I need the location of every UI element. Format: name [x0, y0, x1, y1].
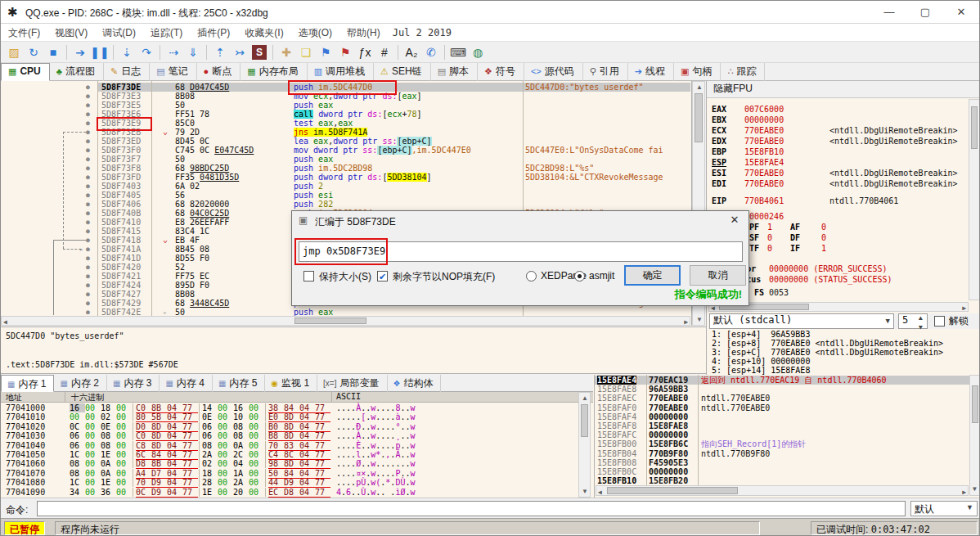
- minimize-button[interactable]: —: [871, 1, 907, 24]
- breakpoint-dot[interactable]: ●: [86, 236, 90, 245]
- breakpoint-dot[interactable]: ●: [86, 272, 90, 281]
- label-icon[interactable]: ⚑: [316, 43, 335, 61]
- breakpoint-dot[interactable]: ●: [86, 128, 90, 137]
- comment-icon[interactable]: ❏: [296, 43, 316, 61]
- breakpoint-dot[interactable]: ●: [86, 146, 90, 155]
- breakpoint-dot[interactable]: ●: [86, 92, 90, 101]
- breakpoint-dot[interactable]: ●: [86, 83, 90, 92]
- tab-流程图[interactable]: ♣流程图: [50, 63, 104, 81]
- menu-item[interactable]: 视图(V): [47, 24, 95, 43]
- spinner-icons[interactable]: ⯅⯆: [918, 313, 924, 333]
- breakpoint-dot[interactable]: ●: [86, 110, 90, 119]
- cancel-button[interactable]: 取消: [690, 265, 746, 286]
- register-row[interactable]: EBP15E8FB10: [712, 147, 784, 157]
- stack-row[interactable]: 15E8FAFC00000000: [595, 430, 980, 439]
- dump-row[interactable]: 7704103006000800C08D047706000800B88D0477…: [1, 431, 577, 440]
- register-row[interactable]: EDX770EABE0 <ntdll.DbgUiRemoteBreakin>: [712, 137, 784, 146]
- tab-源代码[interactable]: <>源代码: [524, 63, 583, 81]
- stack-row[interactable]: 15E8FAE4770EAC19返回到 ntdll.770EAC19 自 ntd…: [595, 376, 980, 385]
- breakpoint-dot[interactable]: ●: [86, 218, 90, 227]
- breakpoint-dot[interactable]: ●: [86, 155, 90, 164]
- dump-row[interactable]: 770410200C000E00D08D047706000800B08D0477…: [1, 422, 577, 431]
- scroll-right-icon[interactable]: ▶: [962, 488, 966, 497]
- animate-over-icon[interactable]: ⇓: [183, 43, 203, 61]
- menu-item[interactable]: 帮助(H): [339, 24, 388, 43]
- dump-tab-监视 1[interactable]: ◉监视 1: [265, 375, 317, 392]
- tab-断点[interactable]: ●断点: [197, 63, 241, 81]
- asmjit-radio[interactable]: [574, 271, 585, 282]
- hide-fpu-button[interactable]: 隐藏FPU: [707, 81, 980, 98]
- memory-dump[interactable]: 7704100016001800C08B04771400160038840477…: [1, 403, 593, 498]
- dialog-close-icon[interactable]: ✕: [726, 214, 744, 228]
- dump-tab-内存 2[interactable]: ▦内存 2: [54, 375, 106, 392]
- maximize-button[interactable]: ▢: [907, 1, 943, 24]
- globe-icon[interactable]: ◍: [468, 43, 488, 61]
- run-to-user-code-icon[interactable]: ↣: [230, 43, 249, 61]
- disasm-row[interactable]: ●5D8F74036A 02push 2: [1, 182, 692, 191]
- menu-item[interactable]: 选项(O): [291, 24, 339, 43]
- scroll-thumb[interactable]: [294, 318, 366, 324]
- disasm-row[interactable]: ●5D8F73F868 98BDC25Dpush im.5DC2BD985DC2…: [1, 164, 692, 173]
- tab-CPU[interactable]: ▦CPU: [1, 63, 50, 81]
- stack-row[interactable]: 15E8FAF0770EABE0ntdll.770EABE0: [595, 403, 980, 412]
- stack-vscrollbar[interactable]: ▼: [969, 375, 980, 496]
- disasm-row[interactable]: ●5D8F73F750push eax: [1, 155, 692, 164]
- dump-tab-内存 1[interactable]: ▦内存 1: [1, 375, 54, 392]
- scroll-left-icon[interactable]: ◀: [598, 488, 602, 497]
- stop-icon[interactable]: ■: [43, 43, 63, 61]
- breakpoint-dot[interactable]: ●: [86, 263, 90, 272]
- stack-row[interactable]: 15E8FB08F45905E3: [595, 458, 980, 467]
- restart-icon[interactable]: ↻: [24, 43, 43, 61]
- disasm-row[interactable]: ●5D8F73FDFF35 0481D35Dpush dword ptr ds:…: [1, 173, 692, 182]
- args-count-stepper[interactable]: 5⯅⯆: [898, 313, 928, 329]
- tab-符号[interactable]: ❖符号: [478, 63, 524, 81]
- menu-item[interactable]: 插件(P): [190, 24, 237, 43]
- breakpoint-dot[interactable]: ●: [86, 164, 90, 173]
- dump-vscrollbar[interactable]: ▲ ▼: [578, 392, 591, 498]
- dump-row[interactable]: 770410501C001E006C8404772A002C00C48C0477…: [1, 450, 577, 459]
- breakpoint-dot[interactable]: ●: [86, 245, 90, 254]
- scroll-thumb[interactable]: [607, 487, 738, 494]
- breakpoint-dot[interactable]: ●: [86, 173, 90, 182]
- breakpoint-dot[interactable]: ●: [86, 101, 90, 110]
- stack-row[interactable]: 15E8FAEC770EABE0ntdll.770EABE0: [595, 394, 980, 403]
- stop-s-icon[interactable]: S: [252, 45, 267, 60]
- menu-item[interactable]: 文件(F): [1, 24, 47, 43]
- tab-SEH链[interactable]: ⚠SEH链: [374, 63, 431, 81]
- breakpoint-dot[interactable]: ●: [86, 200, 90, 209]
- stack-pane[interactable]: 15E8FAE4770EAC19返回到 ntdll.770EAC19 自 ntd…: [594, 375, 980, 498]
- animate-into-icon[interactable]: ⇢: [164, 43, 183, 61]
- open-file-icon[interactable]: ▨: [4, 43, 24, 61]
- stack-row[interactable]: 15E8FB04770B9F80ntdll.770B9F80: [595, 449, 980, 458]
- step-into-icon[interactable]: ⇣: [117, 43, 137, 61]
- tab-笔记[interactable]: ▤笔记: [150, 63, 196, 81]
- dump-tab-内存 4[interactable]: ▦内存 4: [160, 375, 212, 392]
- run-icon[interactable]: ➔: [70, 43, 90, 61]
- disasm-row[interactable]: ●5D8F740556push esi: [1, 191, 692, 200]
- dump-row[interactable]: 7704107008000A00A4D7047718001A0050840477…: [1, 469, 577, 478]
- stack-row[interactable]: 15E8FB0015E8FB6C指向SEH_Record[1]的指针: [595, 439, 980, 448]
- ok-button[interactable]: 确定: [624, 265, 681, 286]
- scroll-down-icon[interactable]: ▼: [582, 488, 588, 495]
- scroll-thumb[interactable]: [972, 385, 978, 423]
- disasm-row[interactable]: ●5D8F740668 82020000push 282: [1, 200, 692, 209]
- register-row[interactable]: EDI770EABE0 <ntdll.DbgUiRemoteBreakin>: [712, 179, 784, 189]
- scroll-thumb[interactable]: [971, 106, 978, 149]
- stack-row[interactable]: 15E8FAF815E8FAE8: [595, 421, 980, 430]
- xedparse-radio[interactable]: [526, 271, 537, 282]
- modules-icon[interactable]: ✆: [421, 43, 441, 61]
- stack-row[interactable]: 15E8FAF400000000: [595, 412, 980, 421]
- scroll-thumb[interactable]: [695, 93, 703, 142]
- dump-row[interactable]: 7704106008000A00D88B047702000400988D0477…: [1, 459, 577, 468]
- breakpoint-dot[interactable]: ●: [86, 227, 90, 236]
- register-row[interactable]: EBX00000000: [712, 115, 784, 125]
- step-over-icon[interactable]: ↷: [137, 43, 156, 61]
- register-row[interactable]: ESP15E8FAE4: [712, 158, 784, 168]
- patch-icon[interactable]: ✚: [276, 43, 296, 61]
- stack-row[interactable]: 15E8FB1015E8FB20: [595, 476, 980, 485]
- breakpoint-dot[interactable]: ●: [86, 254, 90, 263]
- hash-icon[interactable]: #: [375, 43, 394, 61]
- calling-convention-select[interactable]: 默认 (stdcall)▼: [709, 313, 894, 329]
- dump-row[interactable]: 77041090340036000CD904771E002000ECD80477…: [1, 488, 577, 497]
- tab-内存布局[interactable]: ▦内存布局: [241, 63, 307, 81]
